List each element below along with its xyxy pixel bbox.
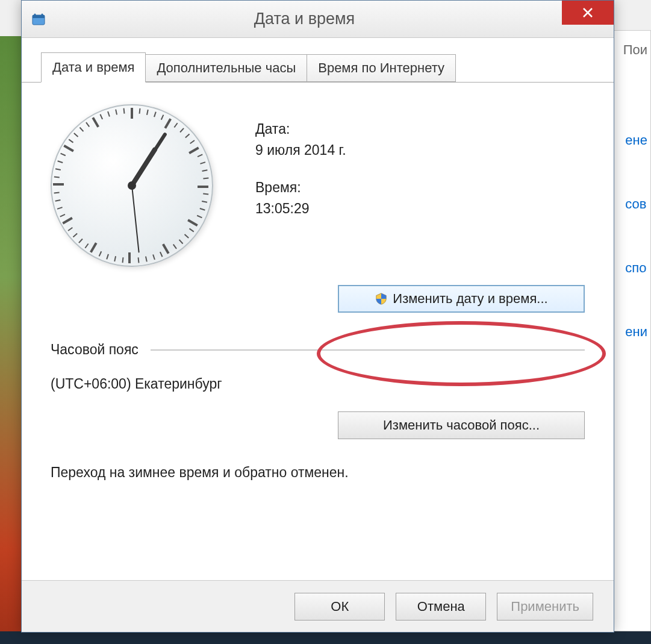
taskbar-strip [0,631,651,644]
bg-link-fragment: спо [625,260,647,276]
tabstrip: Дата и время Дополнительные часы Время п… [22,38,614,83]
desktop-wallpaper-strip [0,36,21,639]
date-time-icon [30,11,47,28]
apply-button[interactable]: Применить [497,593,593,621]
change-date-time-label: Изменить дату и время... [393,291,547,307]
clock-center-pin [128,181,136,190]
bg-link-fragment: ени [625,324,647,340]
titlebar[interactable]: Дата и время [22,1,614,38]
cancel-button[interactable]: Отмена [396,593,486,621]
date-label: Дата: [255,119,346,140]
change-date-time-button[interactable]: Изменить дату и время... [338,285,585,313]
bg-link-fragment: сов [625,196,647,212]
dialog-footer: ОК Отмена Применить [22,580,614,632]
timezone-header: Часовой пояс [51,342,139,358]
change-timezone-button[interactable]: Изменить часовой пояс... [338,411,585,439]
background-links: ене сов спо ени [625,133,647,388]
divider [151,349,585,351]
svg-point-3 [42,13,43,15]
dialog-title: Дата и время [47,10,562,28]
tab-date-time[interactable]: Дата и время [41,52,146,83]
dst-note: Переход на зимнее время и обратно отмене… [51,464,585,481]
tab-content: Дата: 9 июля 2014 г. Время: 13:05:29 Изм… [22,83,614,577]
time-label: Время: [255,177,346,198]
bg-link-fragment: ене [625,133,647,148]
date-time-text: Дата: 9 июля 2014 г. Время: 13:05:29 [255,104,346,279]
time-value: 13:05:29 [255,198,346,219]
date-value: 9 июля 2014 г. [255,140,346,161]
clock-second-hand [131,186,140,253]
timezone-value: (UTC+06:00) Екатеринбург [51,376,585,392]
close-icon [582,7,594,19]
tab-internet-time[interactable]: Время по Интернету [307,54,456,82]
clock-minute-hand [130,132,167,187]
background-search-fragment: Пои [623,42,647,58]
ok-button[interactable]: ОК [294,593,385,621]
date-time-dialog: Дата и время Дата и время Дополнительные… [21,0,614,633]
svg-rect-1 [33,15,45,18]
close-button[interactable] [562,1,614,25]
svg-point-2 [34,13,36,15]
uac-shield-icon [375,292,388,305]
tab-additional-clocks[interactable]: Дополнительные часы [145,54,307,82]
analog-clock [51,104,225,279]
